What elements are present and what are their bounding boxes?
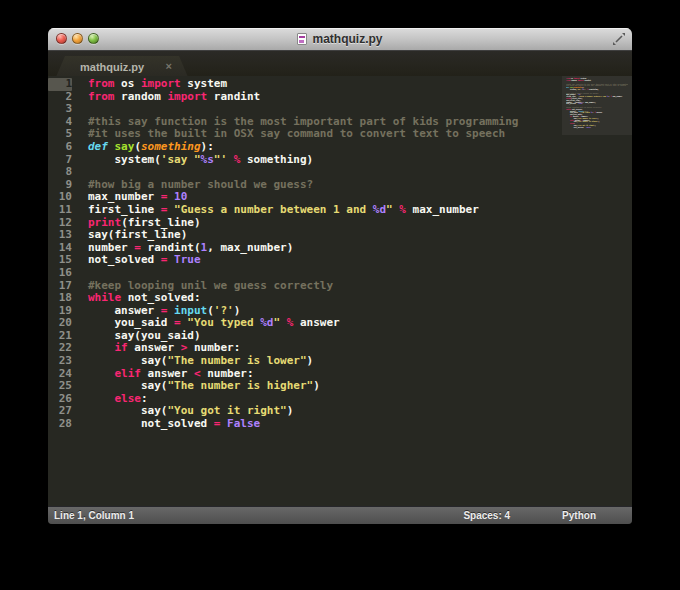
titlebar[interactable]: mathquiz.py xyxy=(48,28,632,51)
document-icon xyxy=(297,33,307,45)
tab-close-icon[interactable]: × xyxy=(166,61,172,72)
line-number: 1 xyxy=(48,78,72,91)
line-number: 13 xyxy=(48,229,72,242)
line-number: 8 xyxy=(48,166,72,179)
line-number: 25 xyxy=(48,380,72,393)
line-number: 18 xyxy=(48,292,72,305)
window-title: mathquiz.py xyxy=(312,32,382,46)
code-line: 2from random import randint xyxy=(48,91,632,104)
code-line: 28 not_solved = False xyxy=(48,418,632,431)
line-number: 3 xyxy=(48,103,72,116)
code-lines: 1from os import system2from random impor… xyxy=(48,76,632,431)
indent-setting[interactable]: Spaces: 4 xyxy=(463,510,510,521)
line-number: 23 xyxy=(48,355,72,368)
code-line: 15not_solved = True xyxy=(48,254,632,267)
line-number: 11 xyxy=(48,204,72,217)
minimap[interactable]: 1from os import system2from random impor… xyxy=(564,78,632,128)
line-number: 6 xyxy=(48,141,72,154)
syntax-name[interactable]: Python xyxy=(562,510,596,521)
code-line: 7 system('say "%s"' % something) xyxy=(48,154,632,167)
line-number: 20 xyxy=(48,317,72,330)
cursor-position: Line 1, Column 1 xyxy=(48,510,134,521)
tab-label: mathquiz.py xyxy=(80,61,144,73)
fullscreen-button[interactable] xyxy=(612,32,626,46)
desktop-background: { "window": { "title": "mathquiz.py" }, … xyxy=(0,0,680,590)
line-number: 28 xyxy=(48,418,72,431)
expand-arrows-icon xyxy=(612,32,626,46)
app-window: mathquiz.py mathquiz.py × 1from os impor… xyxy=(48,28,632,524)
code-editor[interactable]: 1from os import system2from random impor… xyxy=(48,76,632,507)
tab-mathquiz[interactable]: mathquiz.py × xyxy=(56,56,188,77)
status-bar: Line 1, Column 1 Spaces: 4 Python xyxy=(48,506,632,524)
tab-bar: mathquiz.py × xyxy=(48,51,632,77)
code-line: 28 not_solved = False xyxy=(564,127,632,129)
line-number: 16 xyxy=(48,267,72,280)
